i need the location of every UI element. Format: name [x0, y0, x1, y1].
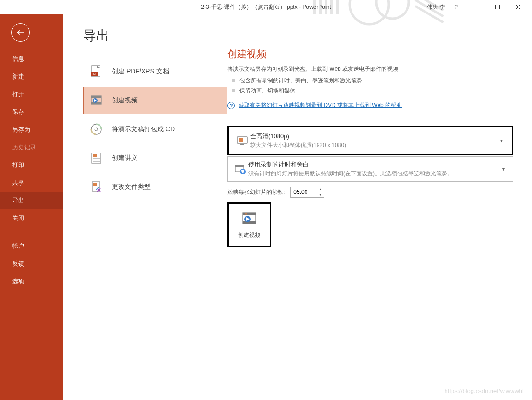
sidebar-item-选项[interactable]: 选项: [0, 273, 63, 290]
svg-rect-18: [91, 96, 101, 98]
titlebar: 2-3-千思-课件（拟）（点击翻页）.pptx - PowerPoint 伟庆 …: [0, 0, 532, 14]
sidebar-item-历史记录: 历史记录: [0, 139, 63, 156]
export-label: 创建 PDF/XPS 文档: [112, 67, 169, 76]
filetype-icon: [89, 180, 103, 194]
sidebar-item-信息[interactable]: 信息: [0, 50, 63, 68]
svg-text:PDF: PDF: [92, 73, 97, 75]
page-title: 导出: [83, 27, 227, 45]
sidebar-item-打印[interactable]: 打印: [0, 156, 63, 174]
export-option-pdf[interactable]: PDF创建 PDF/XPS 文档: [83, 58, 227, 86]
minimize-button[interactable]: [467, 0, 487, 13]
pdf-icon: PDF: [89, 65, 103, 79]
export-label: 创建讲义: [112, 154, 138, 162]
export-label: 创建视频: [112, 96, 138, 105]
monitor-icon: [234, 135, 250, 147]
export-option-cd[interactable]: 将演示文稿打包成 CD: [83, 115, 227, 143]
detail-bullet: 包含所有录制的计时、旁白、墨迹笔划和激光笔势: [232, 77, 513, 85]
bullet-icon: [232, 79, 235, 82]
svg-rect-11: [496, 5, 500, 9]
export-option-filetype[interactable]: 更改文件类型: [83, 173, 227, 201]
export-label: 将演示文稿打包成 CD: [112, 125, 175, 133]
detail-title: 创建视频: [227, 47, 513, 60]
close-button[interactable]: [508, 0, 528, 13]
svg-rect-31: [239, 138, 243, 142]
quality-title: 全高清(1080p): [250, 132, 499, 140]
svg-rect-6: [336, 0, 339, 14]
timing-icon: [233, 164, 248, 175]
create-video-highlight: 创建视频: [227, 202, 271, 247]
window-title: 2-3-千思-课件（拟）（点击翻页）.pptx - PowerPoint: [201, 3, 331, 11]
export-option-handout[interactable]: 创建讲义: [83, 144, 227, 172]
sidebar-item-保存[interactable]: 保存: [0, 103, 63, 121]
timing-subtitle: 没有计时的幻灯片将使用默认持续时间(在下面设置)。此选项包括墨迹和激光笔势。: [248, 170, 501, 178]
chevron-down-icon: ▼: [499, 139, 506, 143]
timing-dropdown[interactable]: 使用录制的计时和旁白 没有计时的幻灯片将使用默认持续时间(在下面设置)。此选项包…: [228, 157, 513, 181]
svg-rect-32: [240, 144, 244, 145]
export-option-video[interactable]: 创建视频: [83, 87, 227, 114]
sidebar-item-反馈[interactable]: 反馈: [0, 255, 63, 273]
help-icon: ?: [227, 102, 235, 109]
backstage-sidebar: 信息新建打开保存另存为历史记录打印共享导出关闭 帐户反馈选项: [0, 14, 63, 400]
detail-description: 将演示文稿另存为可刻录到光盘、上载到 Web 或发送电子邮件的视频: [227, 65, 513, 73]
svg-point-22: [95, 128, 98, 131]
create-video-button[interactable]: 创建视频: [230, 205, 269, 245]
svg-rect-24: [93, 154, 97, 157]
sidebar-item-帐户[interactable]: 帐户: [0, 237, 63, 255]
create-video-label: 创建视频: [238, 231, 260, 239]
export-label: 更改文件类型: [112, 183, 151, 191]
maximize-button[interactable]: [487, 0, 508, 13]
svg-rect-38: [243, 221, 256, 224]
cd-icon: [89, 122, 103, 136]
svg-rect-19: [91, 102, 101, 104]
user-name[interactable]: 伟庆 李: [427, 3, 445, 11]
sidebar-item-关闭[interactable]: 关闭: [0, 209, 63, 227]
svg-rect-29: [93, 183, 97, 186]
timing-title: 使用录制的计时和旁白: [248, 160, 501, 169]
quality-subtitle: 较大文件大小和整体优质(1920 x 1080): [250, 141, 499, 149]
quality-dropdown[interactable]: 全高清(1080p) 较大文件大小和整体优质(1920 x 1080) ▼: [230, 128, 511, 153]
video-file-icon: [240, 211, 259, 227]
handout-icon: [89, 151, 103, 165]
bullet-icon: [232, 89, 235, 92]
sidebar-item-导出[interactable]: 导出: [0, 192, 63, 209]
chevron-down-icon: ▼: [501, 167, 508, 172]
video-icon: [89, 93, 103, 107]
help-link[interactable]: 获取有关将幻灯片放映视频刻录到 DVD 或将其上载到 Web 的帮助: [239, 101, 402, 109]
spin-down-button[interactable]: ▼: [317, 192, 324, 197]
seconds-spinner[interactable]: ▲ ▼: [290, 187, 324, 198]
seconds-input[interactable]: [291, 187, 317, 197]
sidebar-item-打开[interactable]: 打开: [0, 86, 63, 103]
quality-dropdown-highlight: 全高清(1080p) 较大文件大小和整体优质(1920 x 1080) ▼: [227, 126, 513, 155]
back-button[interactable]: [11, 23, 30, 42]
spin-up-button[interactable]: ▲: [317, 187, 324, 192]
help-button[interactable]: ?: [454, 4, 458, 10]
svg-rect-34: [235, 165, 244, 167]
sidebar-item-共享[interactable]: 共享: [0, 174, 63, 192]
seconds-label: 放映每张幻灯片的秒数:: [227, 188, 285, 196]
sidebar-item-另存为[interactable]: 另存为: [0, 121, 63, 139]
detail-bullet: 保留动画、切换和媒体: [232, 87, 513, 95]
watermark: https://blog.csdn.net/wlwwwhl: [444, 387, 524, 394]
sidebar-item-新建[interactable]: 新建: [0, 68, 63, 86]
